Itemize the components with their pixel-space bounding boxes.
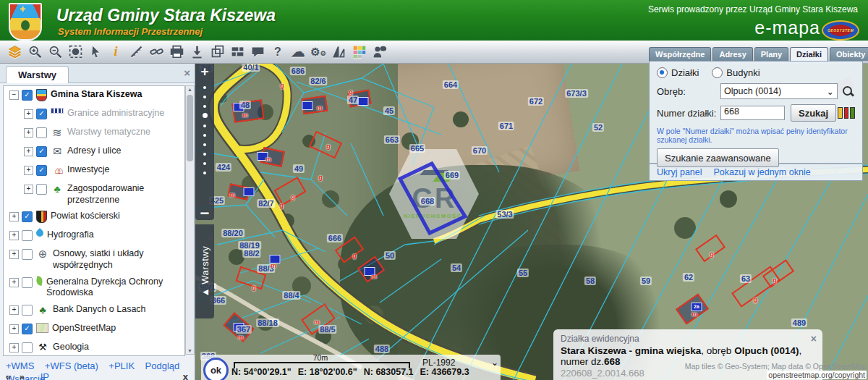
- layers-icon[interactable]: [4, 43, 25, 62]
- layer-item[interactable]: +≋Warstwy tematyczne: [4, 124, 184, 143]
- layer-item[interactable]: +✓Powiat kościerski: [4, 208, 184, 227]
- download-icon[interactable]: [187, 43, 207, 62]
- expand-toggle-icon[interactable]: +: [9, 250, 19, 259]
- layer-checkbox[interactable]: ✓: [22, 211, 33, 222]
- warstwy-collapsed-tab[interactable]: ▲ Warstwy: [195, 224, 214, 318]
- palette-icon[interactable]: [349, 43, 369, 62]
- tab-warstwy[interactable]: Warstwy: [6, 66, 69, 83]
- copy-window-icon[interactable]: [207, 43, 227, 62]
- tab-adresy[interactable]: Adresy: [712, 47, 752, 61]
- page-title: Urząd Gminy Stara Kiszewa: [56, 6, 276, 25]
- select-area-icon[interactable]: [65, 43, 85, 62]
- expand-toggle-icon[interactable]: +: [9, 212, 19, 221]
- parcel-number-label: 488: [374, 345, 390, 353]
- layer-checkbox[interactable]: ✓: [36, 146, 47, 157]
- thematic-layers-icon: ≋: [51, 127, 64, 138]
- layer-checkbox[interactable]: [22, 342, 33, 353]
- link-icon[interactable]: [146, 43, 166, 62]
- help-icon[interactable]: ?: [268, 43, 288, 62]
- layer-checkbox[interactable]: ✓: [22, 90, 33, 101]
- layer-item[interactable]: +✓✉Adresy i ulice: [4, 143, 184, 161]
- layer-item[interactable]: +Generalna Dyrekcja Ochrony Środowiska: [4, 274, 184, 301]
- layer-item[interactable]: +✓OpenStreetMap: [4, 320, 184, 339]
- zoom-in-button[interactable]: +: [195, 64, 214, 80]
- layer-checkbox[interactable]: [36, 184, 47, 195]
- layer-item[interactable]: +♣Bank Danych o Lasach: [4, 301, 184, 320]
- zoom-in-icon[interactable]: [25, 43, 45, 62]
- single-window-link[interactable]: Pokazuj w jednym oknie: [714, 167, 811, 177]
- layer-item[interactable]: +Hydrografia: [4, 227, 184, 245]
- emapa-logo[interactable]: e-mapa: [754, 17, 820, 38]
- expand-toggle-icon[interactable]: +: [9, 231, 19, 240]
- expand-toggle-icon[interactable]: +: [9, 305, 19, 315]
- radio-budynki[interactable]: [712, 67, 723, 78]
- tab-wspolrzedne[interactable]: Współrzędne: [649, 47, 711, 61]
- zoom-level-handle[interactable]: [203, 113, 208, 118]
- layer-checkbox[interactable]: [22, 230, 33, 241]
- zoom-slider[interactable]: + −: [195, 64, 214, 220]
- parcel-number-input[interactable]: 668: [720, 106, 785, 120]
- tree-scrollbar[interactable]: ▲ ▼: [185, 85, 195, 355]
- layer-item[interactable]: +⊕Osnowy, siatki i układy współrzędnych: [4, 245, 184, 273]
- feedback-icon[interactable]: [369, 43, 389, 62]
- parcel-number-label: 62: [683, 273, 694, 282]
- expand-toggle-icon[interactable]: −: [9, 90, 19, 100]
- next-icon[interactable]: »: [14, 371, 25, 380]
- settings-icon[interactable]: ⚙⚙: [308, 43, 328, 62]
- expand-toggle-icon[interactable]: +: [9, 324, 19, 334]
- zoom-out-button[interactable]: −: [195, 207, 214, 220]
- add-wms-link[interactable]: +WMS: [6, 360, 34, 371]
- expand-toggle-icon[interactable]: +: [9, 343, 19, 352]
- expand-toggle-icon[interactable]: +: [24, 128, 33, 138]
- tab-plany[interactable]: Plany: [754, 47, 788, 61]
- comment-icon[interactable]: [247, 43, 268, 62]
- building-type-mark: m: [238, 334, 244, 341]
- search-button[interactable]: Szukaj: [791, 104, 836, 122]
- close-icon[interactable]: ×: [184, 67, 190, 79]
- layer-checkbox[interactable]: ✓: [36, 109, 47, 119]
- tab-dzialki[interactable]: Działki: [790, 47, 828, 61]
- layer-item[interactable]: +♣Zagospodarowanie przestrzenne: [4, 180, 184, 208]
- zoom-out-icon[interactable]: [45, 43, 65, 62]
- print-icon[interactable]: [166, 43, 187, 62]
- layer-checkbox[interactable]: [22, 305, 33, 316]
- expand-toggle-icon[interactable]: +: [24, 185, 33, 194]
- expand-toggle-icon[interactable]: +: [24, 147, 33, 156]
- add-file-link[interactable]: +PLIK: [109, 360, 135, 371]
- tab-obiekty[interactable]: Obiekty: [830, 47, 868, 61]
- ip-link[interactable]: IP: [41, 371, 49, 380]
- layer-checkbox[interactable]: [22, 249, 33, 260]
- scrollbar-thumb[interactable]: [187, 95, 193, 161]
- split-view-icon[interactable]: [227, 43, 247, 62]
- ok-button[interactable]: ok: [203, 358, 229, 380]
- scroll-up-icon[interactable]: ▲: [186, 87, 194, 92]
- close-icon[interactable]: ×: [811, 333, 817, 345]
- measure-icon[interactable]: [126, 43, 146, 62]
- layer-item[interactable]: +✓⌂⌂Inwestycje: [4, 161, 184, 180]
- advanced-search-button[interactable]: Szukanie zaawansowane: [657, 148, 779, 167]
- scroll-down-icon[interactable]: ▼: [186, 348, 194, 353]
- layer-item[interactable]: +✓Granice administracyjne: [4, 105, 184, 124]
- expand-toggle-icon[interactable]: +: [24, 109, 33, 119]
- expand-toggle-icon[interactable]: +: [24, 166, 33, 175]
- radio-dzialki[interactable]: [657, 67, 668, 78]
- hide-panel-link[interactable]: Ukryj panel: [657, 167, 702, 177]
- layer-item[interactable]: +⚒Geologia: [4, 339, 184, 356]
- layer-checkbox[interactable]: ✓: [22, 324, 33, 334]
- cursor-icon[interactable]: [85, 43, 106, 62]
- perspective-icon[interactable]: [328, 43, 349, 62]
- info-icon[interactable]: i: [106, 43, 126, 62]
- obreb-select[interactable]: Olpuch (0014)⌄: [720, 83, 838, 99]
- layer-checkbox[interactable]: [36, 127, 47, 138]
- layer-checkbox[interactable]: [22, 277, 33, 288]
- search-icon[interactable]: [842, 85, 854, 97]
- cloud-icon[interactable]: ☁: [288, 43, 308, 62]
- add-wfs-link[interactable]: +WFS (beta): [45, 360, 98, 371]
- close-x[interactable]: x: [183, 371, 188, 380]
- prev-icon[interactable]: «: [0, 371, 11, 380]
- preview-link[interactable]: Podgląd: [145, 360, 180, 371]
- layer-checkbox[interactable]: ✓: [36, 165, 47, 176]
- expand-toggle-icon[interactable]: +: [9, 278, 19, 287]
- parcel-number-label: 671: [498, 122, 514, 130]
- layer-item[interactable]: −✓Gmina Stara Kiszewa: [4, 86, 184, 105]
